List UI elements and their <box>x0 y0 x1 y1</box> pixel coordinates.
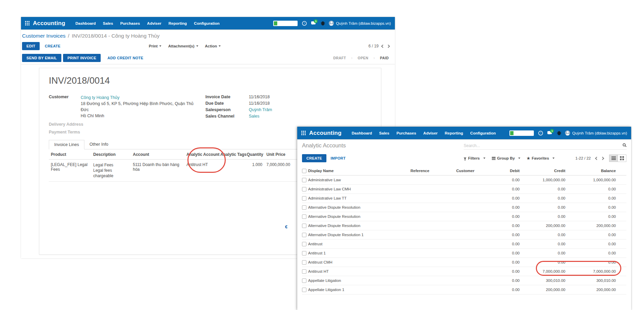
table-row[interactable]: Alternative Dispute Resolution 1 0.00 0.… <box>302 230 626 240</box>
filters-dropdown[interactable]: Filters <box>464 156 485 161</box>
list-view-icon <box>611 157 616 157</box>
pager-next-icon[interactable] <box>387 44 390 48</box>
nav-menu-item[interactable]: Adviser <box>423 131 438 135</box>
list-view-button[interactable] <box>609 154 618 162</box>
table-row[interactable]: Administrative Law TT 0.00 0.00 0.00 <box>302 194 626 203</box>
table-row[interactable]: Antitrust 1 0.00 0.00 0.00 <box>302 249 626 258</box>
table-row[interactable]: Antitrust HT 0.00 7,000,000.00 7,000,000… <box>302 267 626 276</box>
col-debit[interactable]: Debit <box>487 169 520 173</box>
nav-menu-item[interactable]: Adviser <box>147 21 161 25</box>
kanban-view-button[interactable] <box>618 154 626 162</box>
sales-channel-link[interactable]: Sales <box>249 114 317 119</box>
table-row[interactable]: Antitrust CMH 0.00 0.00 0.00 <box>302 258 626 267</box>
table-row[interactable]: Appellate Litigation 1 0.00 200,000.00 2… <box>302 285 626 294</box>
table-row[interactable]: Alternative Dispute Resolution 0.00 0.00… <box>302 203 626 212</box>
apps-grid-icon[interactable] <box>25 21 29 25</box>
row-checkbox[interactable] <box>302 178 306 182</box>
nav-menu-item[interactable]: Dashboard <box>76 21 96 25</box>
tab-other-info[interactable]: Other Info <box>84 140 114 149</box>
status-item[interactable]: PAID <box>368 56 389 60</box>
col-unit-price[interactable]: Unit Price <box>264 149 289 160</box>
timer-widget[interactable] <box>509 130 534 136</box>
col-reference[interactable]: Reference <box>410 169 456 173</box>
status-item[interactable]: OPEN <box>346 56 368 60</box>
col-credit[interactable]: Credit <box>520 169 565 173</box>
col-analytic-account[interactable]: Analytic Account <box>184 149 218 160</box>
status-item[interactable]: DRAFT <box>333 56 346 60</box>
nav-menu-item[interactable]: Configuration <box>194 21 219 25</box>
table-row[interactable]: Administrative Law 0.00 1,000,000.00 1,0… <box>302 175 626 185</box>
nav-menu-item[interactable]: Purchases <box>120 21 140 25</box>
col-product[interactable]: Product <box>49 149 91 160</box>
breadcrumb-customer-invoices[interactable]: Customer Invoices <box>22 33 65 39</box>
add-credit-note-button[interactable]: ADD CREDIT NOTE <box>107 56 143 60</box>
attachments-dropdown[interactable]: Attachment(s) <box>168 44 198 48</box>
user-menu[interactable]: Quỳnh Trâm (dblaw.bizapps.vn) <box>329 21 391 26</box>
chat-icon[interactable]: 1 <box>547 130 553 136</box>
table-row[interactable]: Alternative Dispute Resolution 0.00 200,… <box>302 221 626 230</box>
bug-icon[interactable] <box>321 21 324 25</box>
print-invoice-button[interactable]: PRINT INVOICE <box>63 54 101 62</box>
col-display-name[interactable]: Display Name <box>308 169 410 173</box>
user-menu[interactable]: Quỳnh Trâm (dblaw.bizapps.vn) <box>565 130 627 136</box>
clock-icon[interactable] <box>538 131 543 136</box>
table-row[interactable]: Alternative Dispute Resolution 0.00 0.00… <box>302 212 626 221</box>
edit-button[interactable]: EDIT <box>22 42 40 50</box>
table-row[interactable]: Administrative Law CMH 0.00 0.00 0.00 <box>302 185 626 194</box>
customer-link[interactable]: Công ty Hoàng Thủy <box>81 95 119 100</box>
row-checkbox[interactable] <box>302 187 306 191</box>
apps-grid-icon[interactable] <box>301 131 306 135</box>
row-checkbox[interactable] <box>302 196 306 201</box>
print-dropdown[interactable]: Print <box>149 44 161 48</box>
cell-display-name: Antitrust HT <box>308 269 410 273</box>
nav-menu-item[interactable]: Reporting <box>168 21 187 25</box>
search-input[interactable] <box>464 143 621 148</box>
col-analytic-tags[interactable]: Analytic Tags <box>218 149 245 160</box>
row-checkbox[interactable] <box>302 242 306 246</box>
row-checkbox[interactable] <box>302 260 306 265</box>
send-by-email-button[interactable]: SEND BY EMAIL <box>22 54 61 62</box>
row-checkbox[interactable] <box>302 205 306 210</box>
col-quantity[interactable]: Quantity <box>245 149 264 160</box>
clock-icon[interactable] <box>302 21 307 26</box>
row-checkbox[interactable] <box>302 224 306 228</box>
cell-description: Legal Fees Legal fees chargeable <box>91 160 131 182</box>
row-checkbox[interactable] <box>302 269 306 274</box>
nav-menu-item[interactable]: Configuration <box>470 131 496 135</box>
search-icon[interactable] <box>623 143 626 146</box>
cell-debit: 0.00 <box>487 233 520 237</box>
select-all-checkbox[interactable] <box>302 169 306 173</box>
favorites-dropdown[interactable]: ★Favorites <box>527 156 555 161</box>
nav-menu-item[interactable]: Sales <box>379 131 389 135</box>
col-account[interactable]: Account <box>131 149 184 160</box>
table-row[interactable]: Appellate Litigation 0.00 300,010.00 300… <box>302 276 626 285</box>
group-by-dropdown[interactable]: Group By <box>492 156 520 160</box>
row-checkbox[interactable] <box>302 278 306 283</box>
nav-menu-item[interactable]: Dashboard <box>352 131 372 135</box>
col-balance[interactable]: Balance <box>565 169 616 173</box>
table-row[interactable]: Antitrust 0.00 0.00 0.00 <box>302 240 626 249</box>
timer-widget[interactable] <box>273 21 298 26</box>
row-checkbox[interactable] <box>302 233 306 237</box>
nav-menu-item[interactable]: Reporting <box>445 131 463 135</box>
tab-invoice-lines[interactable]: Invoice Lines <box>49 140 84 149</box>
col-customer[interactable]: Customer <box>456 169 487 173</box>
action-dropdown[interactable]: Action <box>205 44 221 48</box>
pager-next-icon[interactable] <box>601 157 604 160</box>
import-button[interactable]: IMPORT <box>330 156 346 160</box>
row-checkbox[interactable] <box>302 288 306 292</box>
row-checkbox[interactable] <box>302 214 306 219</box>
chat-icon[interactable]: 1 <box>311 21 317 26</box>
create-button[interactable]: CREATE <box>45 44 60 48</box>
pager-previous-icon[interactable] <box>595 157 599 160</box>
pager-previous-icon[interactable] <box>381 44 385 48</box>
row-checkbox[interactable] <box>302 251 306 255</box>
salesperson-link[interactable]: Quỳnh Trâm <box>249 107 317 112</box>
col-description[interactable]: Description <box>91 149 131 160</box>
nav-menu-item[interactable]: Purchases <box>397 131 416 135</box>
nav-menu-item[interactable]: Sales <box>103 21 113 25</box>
app-brand[interactable]: Accounting <box>309 130 342 137</box>
bug-icon[interactable] <box>558 131 561 135</box>
app-brand[interactable]: Accounting <box>33 20 65 27</box>
create-button[interactable]: CREATE <box>302 154 326 162</box>
